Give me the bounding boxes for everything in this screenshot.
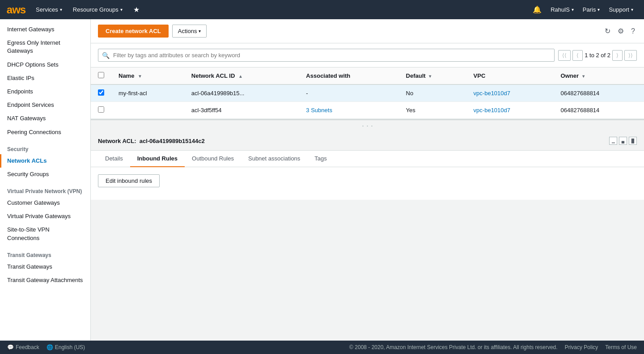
resize-half-icon[interactable]: ▄ [619,137,627,145]
panel-title: Network ACL: acl-06a419989b15144c2 [98,138,205,144]
select-all-checkbox[interactable] [98,72,104,78]
sidebar-item-elastic-ips[interactable]: Elastic IPs [0,72,90,85]
terms-of-use-link[interactable]: Terms of Use [605,344,637,350]
row2-checkbox[interactable] [98,106,104,113]
sidebar-item-egress-only-gateways[interactable]: Egress Only Internet Gateways [0,36,90,58]
row2-default: Yes [399,102,466,119]
sidebar-item-endpoints[interactable]: Endpoints [0,85,90,98]
column-vpc[interactable]: VPC [466,67,554,84]
row1-network-acl-id: acl-06a419989b15... [184,84,299,102]
footer: 💬 Feedback 🌐 English (US) © 2008 - 2020,… [0,341,644,354]
services-label: Services [36,6,58,13]
tab-details[interactable]: Details [98,151,130,167]
refresh-icon[interactable]: ↻ [603,25,612,37]
section-title-transit-gateways: Transit Gateways [0,245,90,260]
services-menu[interactable]: Services ▾ [32,4,66,15]
column-network-acl-id[interactable]: Network ACL ID ▲ [184,67,299,84]
row2-checkbox-cell[interactable] [91,102,111,119]
privacy-policy-link[interactable]: Privacy Policy [565,344,598,350]
row1-default: No [399,84,466,102]
language-link[interactable]: 🌐 English (US) [47,344,85,350]
column-name[interactable]: Name ▼ [111,67,184,84]
tab-subnet-associations[interactable]: Subnet associations [241,151,307,167]
settings-icon[interactable]: ⚙ [616,25,626,37]
panel-tabs: Details Inbound Rules Outbound Rules Sub… [91,151,644,167]
sidebar-item-dhcp-options[interactable]: DHCP Options Sets [0,58,90,72]
user-menu[interactable]: RahulS ▾ [547,4,577,15]
panel-title-value: acl-06a419989b15144c2 [140,138,205,144]
aws-logo[interactable]: aws [7,4,25,16]
prev-page-button[interactable]: ⟨ [572,50,583,61]
resize-minimize-icon[interactable]: ▁ [609,137,617,145]
resource-groups-chevron: ▾ [120,7,123,12]
tab-outbound-rules[interactable]: Outbound Rules [185,151,241,167]
resize-maximize-icon[interactable]: █ [629,137,637,145]
filter-input[interactable] [113,49,554,61]
top-navigation: aws Services ▾ Resource Groups ▾ ★ 🔔 Rah… [0,0,644,19]
sidebar-item-peering-connections[interactable]: Peering Connections [0,126,90,139]
tab-inbound-rules[interactable]: Inbound Rules [130,151,185,167]
resource-groups-menu[interactable]: Resource Groups ▾ [69,4,126,15]
row1-checkbox-cell[interactable] [91,84,111,102]
edit-inbound-rules-button[interactable]: Edit inbound rules [98,174,160,187]
bottom-panel: · · · Network ACL: acl-06a419989b15144c2… [91,119,644,200]
actions-label: Actions [178,28,197,34]
sidebar-item-nat-gateways[interactable]: NAT Gateways [0,112,90,125]
sidebar-item-transit-gateway-attachments[interactable]: Transit Gateway Attachments [0,274,90,287]
tab-tags[interactable]: Tags [307,151,334,167]
sidebar-item-transit-gateways[interactable]: Transit Gateways [0,260,90,274]
panel-content: Edit inbound rules [91,167,644,194]
user-chevron: ▾ [572,7,574,12]
last-page-button[interactable]: ⟩⟩ [624,50,637,61]
services-chevron: ▾ [60,7,62,12]
actions-chevron: ▾ [199,29,201,34]
support-chevron: ▾ [631,7,633,12]
feedback-label: Feedback [16,344,39,350]
help-icon[interactable]: ? [629,25,637,37]
select-all-header[interactable] [91,67,111,84]
table-row[interactable]: acl-3df5ff54 3 Subnets Yes vpc-be1010d7 … [91,102,644,119]
section-title-vpn: Virtual Private Network (VPN) [0,181,90,196]
sidebar-item-network-acls[interactable]: Network ACLs [0,154,90,168]
sidebar-item-internet-gateways[interactable]: Internet Gateways [0,23,90,36]
actions-button[interactable]: Actions ▾ [172,25,207,38]
language-label: English (US) [55,344,85,350]
region-menu[interactable]: Paris ▾ [579,4,604,15]
row2-owner: 064827688814 [554,102,644,119]
sidebar-item-endpoint-services[interactable]: Endpoint Services [0,98,90,112]
sidebar: Internet Gateways Egress Only Internet G… [0,19,91,354]
panel-title-prefix: Network ACL: [98,138,136,144]
row1-checkbox[interactable] [98,89,104,96]
create-network-acl-button[interactable]: Create network ACL [98,25,169,38]
region-chevron: ▾ [597,7,600,12]
panel-resize-icons: ▁ ▄ █ [609,137,637,145]
main-content: Create network ACL Actions ▾ ↻ ⚙ ? 🔍 [91,19,644,354]
bookmark-icon[interactable]: ★ [130,4,143,16]
table-row[interactable]: my-first-acl acl-06a419989b15... - No vp… [91,84,644,102]
sidebar-item-customer-gateways[interactable]: Customer Gateways [0,196,90,210]
feedback-link[interactable]: 💬 Feedback [7,344,39,350]
network-acl-table: Name ▼ Network ACL ID ▲ Associated with … [91,67,644,119]
filter-bar: 🔍 ⟨⟨ ⟨ 1 to 2 of 2 ⟩ ⟩⟩ [91,43,644,67]
search-icon: 🔍 [98,52,113,59]
drag-handle[interactable]: · · · [91,120,644,131]
region-label: Paris [583,6,596,13]
sidebar-item-site-to-site-vpn[interactable]: Site-to-Site VPN Connections [0,223,90,244]
row2-associated-with-link[interactable]: 3 Subnets [306,107,332,114]
row2-associated-with: 3 Subnets [299,102,398,119]
copyright-text: © 2008 - 2020, Amazon Internet Services … [349,344,558,350]
first-page-button[interactable]: ⟨⟨ [558,50,571,61]
column-associated-with[interactable]: Associated with [299,67,398,84]
row1-vpc-link[interactable]: vpc-be1010d7 [474,90,510,97]
pagination: ⟨⟨ ⟨ 1 to 2 of 2 ⟩ ⟩⟩ [558,50,637,61]
row2-name [111,102,184,119]
row2-vpc-link[interactable]: vpc-be1010d7 [474,107,510,114]
globe-icon: 🌐 [47,344,53,350]
section-title-security: Security [0,139,90,154]
row1-name: my-first-acl [111,84,184,102]
sidebar-item-virtual-private-gateways[interactable]: Virtual Private Gateways [0,210,90,223]
next-page-button[interactable]: ⟩ [612,50,623,61]
notification-bell-icon[interactable]: 🔔 [529,4,545,16]
sidebar-item-security-groups[interactable]: Security Groups [0,168,90,181]
support-menu[interactable]: Support ▾ [605,4,637,15]
